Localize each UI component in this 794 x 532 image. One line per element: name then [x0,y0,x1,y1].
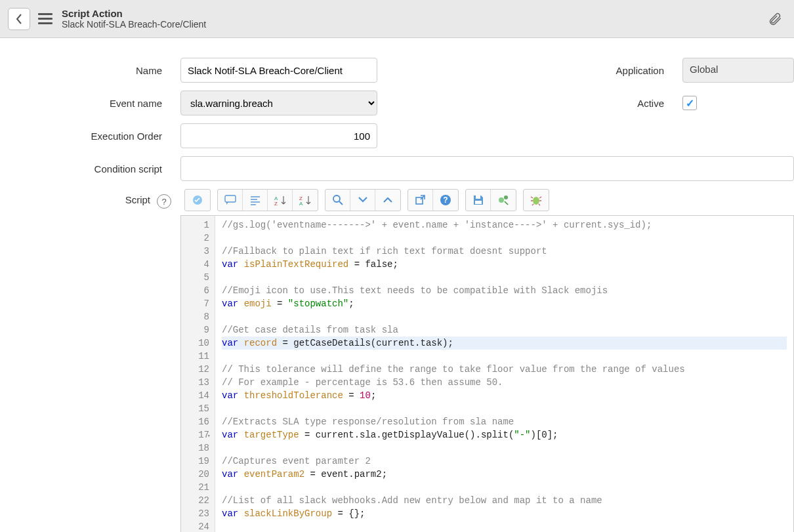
chevron-down-icon [358,197,367,203]
active-checkbox[interactable]: ✓ [682,96,697,110]
debug-icon [497,194,509,206]
svg-rect-10 [476,195,480,199]
editor-gutter: 1234567891011121314151617▾18192021222324 [181,216,215,532]
script-label: Script [125,194,150,205]
svg-rect-1 [225,195,236,202]
svg-text:Z: Z [274,201,278,205]
comment-button[interactable] [218,190,243,211]
help-icon: ? [440,194,451,206]
search-icon [332,194,344,206]
svg-point-13 [504,195,508,199]
popout-button[interactable] [408,190,433,211]
search-button[interactable] [325,190,350,211]
prev-button[interactable] [375,190,400,211]
script-editor[interactable]: 1234567891011121314151617▾18192021222324… [180,215,794,532]
sort-asc-button[interactable]: AZ [268,190,293,211]
svg-rect-11 [475,201,482,204]
chevron-up-icon [383,197,392,203]
condition-label: Condition script [0,163,180,174]
name-input[interactable] [180,58,377,83]
script-help-button[interactable]: ? [157,194,171,209]
event-name-select[interactable]: sla.warning.breach [180,91,377,115]
active-label: Active [377,98,682,109]
chevron-left-icon [16,14,22,24]
comment-icon [224,195,236,205]
svg-point-14 [533,197,539,205]
page-header: Script Action Slack Notif-SLA Breach-Cor… [0,0,794,38]
sort-desc-button[interactable]: ZA [293,190,318,211]
record-type: Script Action [62,8,768,19]
paperclip-icon [768,12,782,26]
svg-point-6 [333,195,340,202]
application-value: Global [682,58,794,83]
svg-text:?: ? [443,195,448,205]
order-label: Execution Order [0,131,180,142]
editor-save-button[interactable] [466,190,491,211]
order-input[interactable] [180,123,377,148]
next-button[interactable] [350,190,375,211]
application-label: Application [377,65,682,76]
save-icon [473,195,484,205]
condition-input[interactable] [180,156,794,181]
sort-za-icon: ZA [299,195,311,205]
trace-icon [530,194,542,206]
script-debug-button[interactable] [491,190,516,211]
editor-toolbar: AZ ZA ? [180,189,794,211]
name-label: Name [0,65,180,76]
script-trace-button[interactable] [524,190,549,211]
header-title: Script Action Slack Notif-SLA Breach-Cor… [62,8,768,30]
syntax-check-icon [192,194,203,206]
format-button[interactable] [243,190,268,211]
back-button[interactable] [8,8,30,30]
form-body: Name Application Global Event name sla.w… [0,38,794,532]
svg-text:A: A [299,201,303,205]
format-icon [249,195,261,205]
sort-az-icon: AZ [274,195,286,205]
editor-code[interactable]: //gs.log('eventname------->' + event.nam… [215,216,793,532]
syntax-check-button[interactable] [185,190,210,211]
editor-help-button[interactable]: ? [433,190,458,211]
attachment-button[interactable] [768,12,782,26]
record-name: Slack Notif-SLA Breach-Core/Client [62,19,768,30]
popout-icon [415,195,426,205]
svg-point-12 [499,197,504,203]
event-name-label: Event name [0,98,180,109]
menu-button[interactable] [38,13,52,24]
